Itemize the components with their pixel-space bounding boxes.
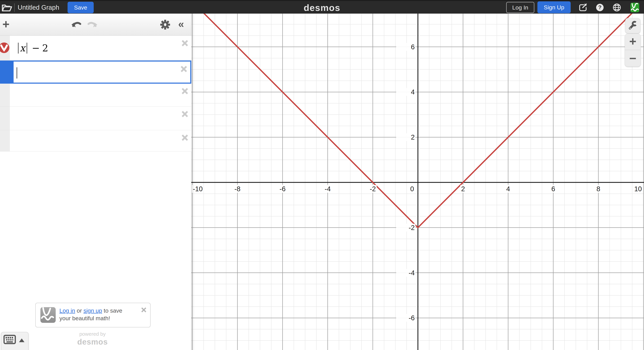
x-axis-tick-label: 0 — [410, 185, 415, 193]
text-cursor — [17, 67, 17, 79]
save-button[interactable]: Save — [68, 2, 94, 13]
expression-constant: 2 — [42, 43, 48, 54]
expression-variable: x — [20, 43, 25, 54]
abs-bar-open — [18, 43, 18, 54]
share-icon[interactable] — [578, 3, 587, 12]
delete-expression-icon[interactable] — [181, 39, 189, 47]
expression-panel: + — [0, 14, 191, 350]
zoom-out-button[interactable]: − — [625, 50, 640, 66]
expression-row-selected[interactable] — [0, 61, 191, 84]
x-axis-tick-label: 6 — [550, 185, 556, 193]
signup-button[interactable]: Sign Up — [538, 1, 571, 13]
graph-paper[interactable]: + − -10-8-6-4-20246810642-2-4-6 — [191, 14, 644, 350]
help-icon[interactable]: ? — [596, 3, 604, 12]
desmos-badge-icon — [40, 307, 56, 323]
close-callout-icon[interactable] — [141, 307, 147, 313]
abs-bar-close — [27, 43, 27, 54]
expression-gutter[interactable] — [1, 62, 14, 83]
expression-row[interactable]: x−2 — [0, 36, 191, 61]
y-axis-tick-label: 4 — [396, 88, 416, 96]
x-axis-tick-label: 2 — [460, 185, 466, 193]
undo-icon[interactable] — [70, 14, 82, 36]
collapse-panel-icon[interactable]: « — [176, 14, 187, 36]
login-link[interactable]: Log in — [60, 307, 75, 314]
x-axis-tick-label: -6 — [279, 185, 286, 193]
callout-line2: your beautiful math! — [60, 314, 122, 322]
y-axis-tick-label: -4 — [396, 269, 416, 277]
expression-row[interactable] — [0, 84, 191, 107]
expression-operator: − — [32, 43, 40, 54]
expression-latex[interactable]: x−2 — [17, 36, 178, 60]
x-axis-tick-label: -8 — [234, 185, 241, 193]
language-globe-icon[interactable] — [612, 3, 621, 12]
login-callout-text: Log in or sign up to save your beautiful… — [60, 307, 122, 322]
expression-row[interactable] — [0, 130, 191, 151]
delete-expression-icon[interactable] — [181, 134, 189, 142]
expression-row[interactable] — [0, 107, 191, 130]
top-header-bar: Untitled Graph Save desmos Log In Sign U… — [0, 0, 644, 14]
expression-color-icon[interactable] — [0, 42, 10, 54]
powered-by-desmos: powered by desmos — [58, 331, 126, 346]
y-axis-tick-label: -2 — [396, 224, 416, 232]
x-axis-tick-label: -10 — [192, 185, 204, 193]
expression-gutter[interactable] — [0, 36, 10, 60]
x-axis-tick-label: 8 — [596, 185, 601, 193]
expression-toolbar: + — [0, 14, 191, 36]
zoom-control: + − — [625, 34, 641, 67]
zoom-in-button[interactable]: + — [625, 34, 640, 50]
svg-text:?: ? — [598, 4, 602, 10]
login-callout: Log in or sign up to save your beautiful… — [35, 303, 150, 327]
y-axis-tick-label: 6 — [396, 43, 416, 51]
x-axis-tick-label: 10 — [634, 185, 643, 193]
expression-gutter[interactable] — [0, 130, 10, 151]
delete-expression-icon[interactable] — [181, 87, 189, 95]
delete-expression-icon[interactable] — [181, 110, 189, 118]
x-axis-tick-label: -4 — [324, 185, 332, 193]
y-axis-tick-label: 2 — [396, 133, 416, 141]
desmos-logo: desmos — [304, 3, 340, 13]
desmos-extension-icon[interactable] — [630, 3, 640, 13]
keyboard-toggle-button[interactable] — [1, 332, 28, 350]
graph-grid-and-curve — [191, 14, 644, 350]
x-axis-tick-label: -2 — [369, 185, 377, 193]
y-axis-tick-label: -6 — [396, 314, 416, 322]
signup-link[interactable]: sign up — [84, 307, 102, 314]
delete-expression-icon[interactable] — [180, 65, 188, 73]
graph-title[interactable]: Untitled Graph — [18, 4, 59, 11]
login-button[interactable]: Log In — [506, 2, 534, 13]
gear-icon[interactable] — [160, 14, 171, 36]
redo-icon[interactable] — [86, 14, 98, 36]
x-axis-tick-label: 4 — [505, 185, 511, 193]
open-graph-folder-icon[interactable] — [1, 3, 13, 13]
header-divider — [14, 4, 14, 12]
expression-gutter[interactable] — [0, 107, 10, 130]
graph-settings-wrench-icon[interactable] — [625, 18, 640, 33]
expression-gutter[interactable] — [0, 84, 10, 106]
add-expression-button[interactable]: + — [0, 14, 12, 36]
